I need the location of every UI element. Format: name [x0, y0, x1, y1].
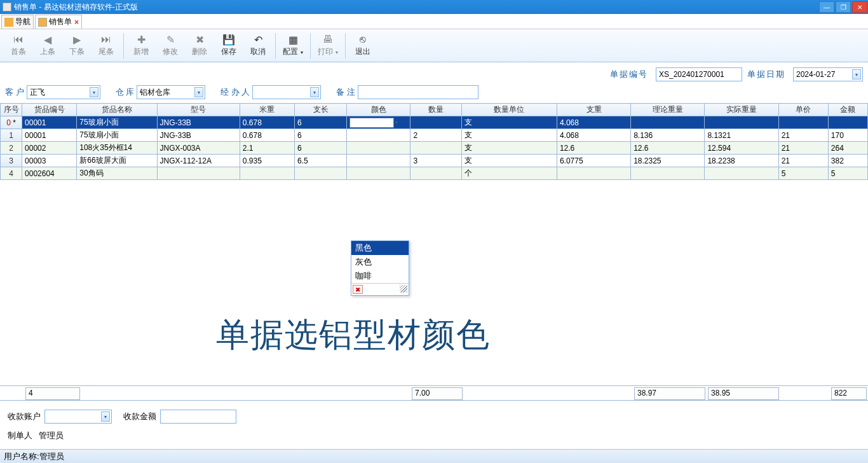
- cell[interactable]: 1: [1, 129, 22, 142]
- cell[interactable]: [705, 116, 778, 129]
- cell[interactable]: 00001: [22, 116, 77, 129]
- table-row[interactable]: 10000175玻扇小面JNG-33B0.67862支4.0688.1368.1…: [1, 129, 868, 142]
- table-row[interactable]: 200002108火35外框14JNGX-003A2.16支12.612.612…: [1, 142, 868, 155]
- cell[interactable]: 2: [1, 142, 22, 155]
- col-header[interactable]: 支长: [294, 104, 346, 116]
- cell[interactable]: 2.1: [240, 142, 294, 155]
- col-header[interactable]: 序号: [1, 104, 22, 116]
- cell[interactable]: 5: [828, 167, 867, 180]
- cell[interactable]: [705, 167, 778, 180]
- tab-nav[interactable]: 导航: [1, 15, 34, 29]
- color-option[interactable]: 灰色: [351, 255, 409, 269]
- cell[interactable]: 12.6: [631, 142, 705, 155]
- toolbar-config-button[interactable]: ▦配置 ▾: [278, 31, 308, 61]
- cell[interactable]: [240, 167, 294, 180]
- cell[interactable]: 18.2238: [705, 155, 778, 167]
- operator-combo[interactable]: ▾: [252, 85, 321, 99]
- cell[interactable]: 00003: [22, 155, 77, 167]
- cell[interactable]: [347, 142, 410, 155]
- minimize-button[interactable]: —: [819, 1, 834, 13]
- cell[interactable]: 2: [410, 129, 461, 142]
- close-window-button[interactable]: ✕: [852, 1, 867, 13]
- dropdown-close-icon[interactable]: ✖: [353, 285, 363, 294]
- cell[interactable]: 8.136: [631, 129, 705, 142]
- cell[interactable]: 0 *: [1, 116, 22, 129]
- cell[interactable]: [410, 142, 461, 155]
- table-row[interactable]: 300003新66玻屏大面JNGX-112-12A0.9356.53支6.077…: [1, 155, 868, 167]
- chevron-down-icon[interactable]: ▾: [101, 411, 110, 422]
- chevron-down-icon[interactable]: ▾: [310, 87, 319, 97]
- cell[interactable]: JNGX-003A: [157, 142, 240, 155]
- col-header[interactable]: 型号: [157, 104, 240, 116]
- resize-handle-icon[interactable]: [400, 285, 407, 293]
- col-header[interactable]: 金额: [828, 104, 867, 116]
- cell[interactable]: [557, 167, 630, 180]
- cell[interactable]: 0002604: [22, 167, 77, 180]
- cell[interactable]: 支: [461, 116, 557, 129]
- cell[interactable]: [157, 167, 240, 180]
- cell[interactable]: JNG-33B: [157, 116, 240, 129]
- cell[interactable]: 382: [828, 155, 867, 167]
- toolbar-exit-button[interactable]: ⎋退出: [348, 31, 377, 61]
- col-header[interactable]: 数量单位: [461, 104, 557, 116]
- cell[interactable]: [631, 116, 705, 129]
- cell[interactable]: 00001: [22, 129, 77, 142]
- cell[interactable]: 6: [294, 142, 346, 155]
- cell[interactable]: 108火35外框14: [77, 142, 157, 155]
- toolbar-cancel-button[interactable]: ↶取消: [243, 31, 273, 61]
- cell[interactable]: 264: [828, 142, 867, 155]
- chevron-down-icon[interactable]: ▾: [395, 120, 398, 125]
- warehouse-combo[interactable]: 铝材仓库 ▾: [137, 85, 205, 99]
- cell[interactable]: [347, 129, 410, 142]
- cell[interactable]: 支: [461, 155, 557, 167]
- cell[interactable]: 12.594: [705, 142, 778, 155]
- chevron-down-icon[interactable]: ▾: [90, 87, 98, 97]
- cell[interactable]: 6.5: [294, 155, 346, 167]
- cell[interactable]: 30角码: [77, 167, 157, 180]
- color-cell-input[interactable]: [349, 118, 394, 128]
- col-header[interactable]: 实际重量: [705, 104, 778, 116]
- cell[interactable]: 4.068: [557, 129, 630, 142]
- chevron-down-icon[interactable]: ▾: [194, 87, 203, 97]
- cell[interactable]: 6: [294, 129, 346, 142]
- cell[interactable]: 5: [778, 167, 828, 180]
- maximize-button[interactable]: ❐: [836, 1, 851, 13]
- remark-input[interactable]: [358, 85, 478, 99]
- data-grid[interactable]: 序号货品编号货品名称型号米重支长颜色数量数量单位支重理论重量实际重量单价金额 0…: [0, 103, 868, 180]
- cell[interactable]: 0.935: [240, 155, 294, 167]
- table-row[interactable]: 0 *0000175玻扇小面JNG-33B0.6786▾支4.068: [1, 116, 868, 129]
- pay-amount-input[interactable]: [160, 410, 236, 424]
- cell[interactable]: 3: [1, 155, 22, 167]
- col-header[interactable]: 理论重量: [631, 104, 705, 116]
- cell[interactable]: [828, 116, 867, 129]
- cell[interactable]: 6.0775: [557, 155, 630, 167]
- cell[interactable]: 00002: [22, 142, 77, 155]
- cell[interactable]: 170: [828, 129, 867, 142]
- col-header[interactable]: 支重: [557, 104, 630, 116]
- cell[interactable]: JNGX-112-12A: [157, 155, 240, 167]
- cell[interactable]: 支: [461, 142, 557, 155]
- col-header[interactable]: 货品名称: [77, 104, 157, 116]
- cell[interactable]: [778, 116, 828, 129]
- color-option[interactable]: 黑色: [351, 241, 409, 255]
- tab-sales-order[interactable]: 销售单 ×: [35, 15, 82, 29]
- table-row[interactable]: 4000260430角码个55: [1, 167, 868, 180]
- cell[interactable]: 3: [410, 155, 461, 167]
- col-header[interactable]: 货品编号: [22, 104, 77, 116]
- cell[interactable]: 12.6: [557, 142, 630, 155]
- cell[interactable]: 支: [461, 129, 557, 142]
- color-dropdown[interactable]: 黑色灰色咖啡✖: [351, 240, 409, 296]
- cell[interactable]: 4: [1, 167, 22, 180]
- col-header[interactable]: 米重: [240, 104, 294, 116]
- cell[interactable]: 新66玻屏大面: [77, 155, 157, 167]
- close-tab-icon[interactable]: ×: [74, 18, 79, 27]
- cell[interactable]: [631, 167, 705, 180]
- doc-date-input[interactable]: 2024-01-27 ▾: [793, 67, 863, 81]
- cell[interactable]: 8.1321: [705, 129, 778, 142]
- cell[interactable]: 75玻扇小面: [77, 116, 157, 129]
- cell[interactable]: [410, 167, 461, 180]
- cell[interactable]: [410, 116, 461, 129]
- cell[interactable]: 21: [778, 129, 828, 142]
- col-header[interactable]: 单价: [778, 104, 828, 116]
- cell[interactable]: 75玻扇小面: [77, 129, 157, 142]
